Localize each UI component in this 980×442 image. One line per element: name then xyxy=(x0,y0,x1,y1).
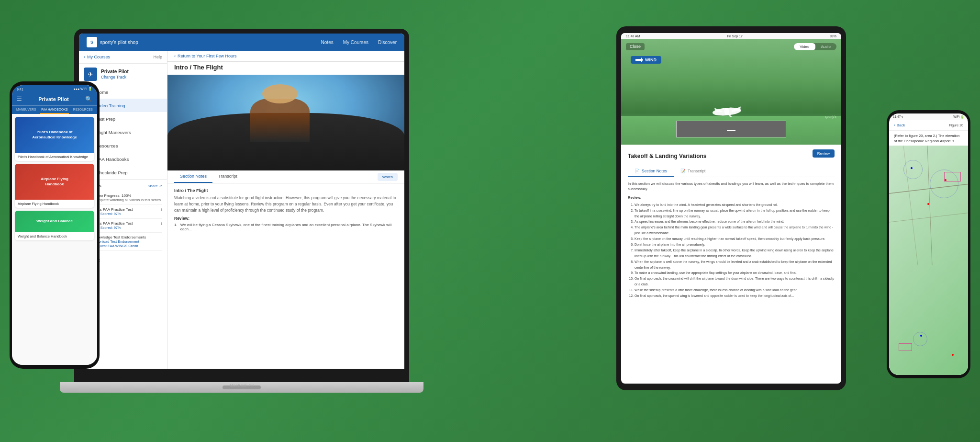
section-notes-body: Watching a video is not a substitute for… xyxy=(174,195,398,213)
watch-button[interactable]: Watch xyxy=(378,173,398,181)
ipad-review-heading: Review: xyxy=(628,195,835,200)
pass-faa1-score: You Scored: 97% xyxy=(93,212,158,216)
tab-section-notes[interactable]: Section Notes xyxy=(174,170,212,183)
plane-icon: ✈ xyxy=(88,70,93,78)
runway-centerline xyxy=(727,130,735,131)
wings-credit-link[interactable]: Request FAA WINGS Credit xyxy=(93,244,162,248)
breadcrumb-text: Return to Your First Few Hours xyxy=(178,54,237,58)
ipad-time: 11:48 AM xyxy=(626,34,640,38)
ipad-video-audio-toggle[interactable]: Video Audio xyxy=(794,43,836,50)
ipad-review-5: Keep the airplane on the runway until re… xyxy=(635,236,835,242)
phone-right-time: 11:47 v xyxy=(893,115,903,119)
sidebar-help[interactable]: Help xyxy=(153,55,162,59)
endorsement-title: Knowledge Test Endorsements xyxy=(93,235,162,239)
macbook-label-text: MacBook Air xyxy=(230,383,254,388)
video-player[interactable] xyxy=(167,75,404,170)
review-item-1: 1. We will be flying a Cessna Skyhawk, o… xyxy=(174,223,398,231)
my-courses-label: My Courses xyxy=(87,55,110,59)
svg-line-7 xyxy=(927,146,932,265)
section-notes-heading: Intro / The Flight xyxy=(174,188,398,193)
ipad-review-8: When the airplane is well above the runw… xyxy=(635,259,835,271)
ipad-review-button[interactable]: Review xyxy=(813,149,835,158)
ipad-tab-section-notes[interactable]: 📄 Section Notes xyxy=(628,166,674,177)
ipad-device: 11:48 AM Fri Sep 17 89% xyxy=(616,26,846,390)
phone-tab-maneuvers[interactable]: MANEUVERS xyxy=(12,106,40,114)
review-label: Review: xyxy=(174,216,398,221)
phone-tab-resources[interactable]: RESOURCES xyxy=(69,106,97,114)
sidebar-top: ‹ My Courses Help xyxy=(79,51,167,64)
laptop-body: ‹ My Courses Help ✈ Private Pilot Change… xyxy=(79,51,404,369)
back-arrow-icon: ‹ xyxy=(84,55,85,59)
figure-label: Figure 20 xyxy=(949,124,963,127)
ipad-content-tabs: 📄 Section Notes 📝 Transcript xyxy=(628,166,835,177)
review-num: 1. xyxy=(174,223,178,231)
content-title: Intro / The Flight xyxy=(174,64,398,71)
phone-tab-faa-handbooks[interactable]: FAA HANDBOOKS xyxy=(40,106,68,114)
phone-right-screen: 11:47 v WiFi 🔋 ‹ Back Figure 20 (Refer t… xyxy=(889,113,968,375)
main-content: ‹ Return to Your First Few Hours Intro /… xyxy=(167,51,404,369)
sidebar-back-nav[interactable]: ‹ My Courses xyxy=(84,55,110,59)
svg-line-8 xyxy=(889,213,968,222)
tabs-left: Section Notes Transcript xyxy=(174,170,243,183)
pass-faa2-info[interactable]: ℹ xyxy=(161,221,162,226)
audio-tab-btn[interactable]: Audio xyxy=(815,43,836,50)
phone-map-area xyxy=(889,146,968,375)
back-label: Back xyxy=(897,123,905,127)
ipad-text-content: In this section we will discuss the vari… xyxy=(628,181,835,379)
ipad-screen: 11:48 AM Fri Sep 17 89% xyxy=(621,33,841,384)
breadcrumb-arrow: ‹ xyxy=(174,54,176,58)
tab-transcript[interactable]: Transcript xyxy=(212,170,243,183)
change-track-link[interactable]: Change Track xyxy=(101,75,126,79)
phone-right-status: 11:47 v WiFi 🔋 xyxy=(889,113,968,120)
ipad-review-2: To takeoff in a crosswind, line up on th… xyxy=(635,208,835,219)
course-name: Private Pilot xyxy=(101,69,129,74)
phone-left-status: 9:41 ●●● WiFi 🔋 xyxy=(12,85,97,93)
phone-status-icons: ●●● WiFi 🔋 xyxy=(73,87,92,91)
book-cover-text-1: Pilot's Handbook ofAeronautical Knowledg… xyxy=(32,130,77,140)
ipad-content-area: Takeoff & Landing Variations Review 📄 Se… xyxy=(621,145,841,384)
share-link[interactable]: Share ↗ xyxy=(147,184,162,188)
ipad-battery: 89% xyxy=(830,34,836,38)
download-endorsement-link[interactable]: Download Test Endorsement xyxy=(93,239,162,244)
book-cover-1: Pilot's Handbook ofAeronautical Knowledg… xyxy=(15,117,94,153)
text-content-area: Intro / The Flight Watching a video is n… xyxy=(167,183,404,369)
ipad-review-7: Immediately after takeoff, keep the airp… xyxy=(635,248,835,259)
pass-faa1-title: Pass FAA Practice Test xyxy=(93,207,158,212)
breadcrumb[interactable]: ‹ Return to Your First Few Hours xyxy=(167,51,404,62)
pilot-figure xyxy=(250,99,310,142)
ipad-review-6: Don't force the airplane into the air pr… xyxy=(635,242,835,248)
ipad-review-4: The airplane's area behind the main land… xyxy=(635,225,835,236)
nav-courses[interactable]: My Courses xyxy=(343,40,368,45)
phone-left-header: ☰ Private Pilot 🔍 xyxy=(12,93,97,105)
wind-indicator: WIND xyxy=(631,56,661,64)
ipad-review-9: To make a crosswind landing, use the app… xyxy=(635,270,835,276)
phone-right-frame: 11:47 v WiFi 🔋 ‹ Back Figure 20 (Refer t… xyxy=(887,110,970,378)
nav-discover[interactable]: Discover xyxy=(378,40,397,45)
pass-faa2-score: You Scored: 97% xyxy=(93,226,158,230)
pass-faa1-info[interactable]: ℹ xyxy=(161,207,162,212)
book-cover-text-2: Airplane FlyingHandbook xyxy=(41,177,68,187)
pass-faa2-content: Pass FAA Practice Test You Scored: 97% xyxy=(93,221,158,230)
macbook-screen: S sporty's pilot shop Notes My Courses D… xyxy=(79,34,404,369)
video-tab-btn[interactable]: Video xyxy=(794,43,815,50)
svg-line-9 xyxy=(903,146,918,265)
ipad-video-area[interactable]: WIND Close Video Audio sporty's xyxy=(621,39,841,145)
map-background xyxy=(889,146,968,375)
macbook-frame: S sporty's pilot shop Notes My Courses D… xyxy=(74,29,409,393)
phone-right-back-btn[interactable]: ‹ Back xyxy=(894,123,905,127)
book-title-1: Pilot's Handbook of Aeronautical Knowled… xyxy=(15,153,94,161)
ipad-tab-transcript[interactable]: 📝 Transcript xyxy=(674,166,712,177)
section-notes-icon: 📄 xyxy=(635,169,640,173)
ipad-intro-text: In this section we will discuss the vari… xyxy=(628,181,835,192)
ipad-section-notes-label: Section Notes xyxy=(642,169,667,173)
phone-book-item-1[interactable]: Pilot's Handbook ofAeronautical Knowledg… xyxy=(15,117,94,161)
phone-search-icon[interactable]: 🔍 xyxy=(85,96,92,102)
video-progress-title: Video Progress: 100% xyxy=(93,193,162,198)
phone-right-question: (Refer to figure 20, area 2.) The elevat… xyxy=(889,131,968,146)
ipad-close-button[interactable]: Close xyxy=(626,43,645,50)
phone-book-item-2[interactable]: Airplane FlyingHandbook Airplane Flying … xyxy=(15,164,94,208)
phone-book-item-3[interactable]: Weight and Balance Weight and Balance Ha… xyxy=(15,211,94,240)
book-cover-text-3: Weight and Balance xyxy=(36,219,73,224)
nav-notes[interactable]: Notes xyxy=(321,40,334,45)
hamburger-icon[interactable]: ☰ xyxy=(17,96,22,102)
